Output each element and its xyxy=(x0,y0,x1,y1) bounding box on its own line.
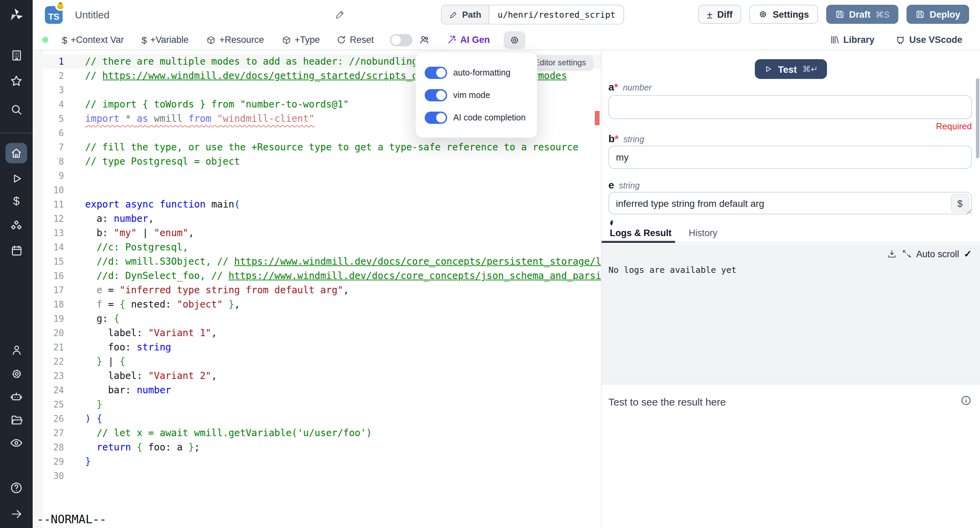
code-line-12[interactable]: 12 a: number, xyxy=(33,212,601,226)
field-e-label: e string xyxy=(608,179,640,191)
line-number: 19 xyxy=(33,312,64,326)
multiplayer-toggle[interactable] xyxy=(390,34,413,46)
vim-mode-row[interactable]: vim mode xyxy=(425,84,528,106)
sidebar-item-runs-play-icon[interactable] xyxy=(8,170,24,186)
code-line-27[interactable]: 27 // let x = await wmill.getVariable('u… xyxy=(33,426,601,440)
result-tabs: Logs & Result History xyxy=(601,226,980,243)
library-button[interactable]: Library xyxy=(830,35,875,45)
code-line-18[interactable]: 18 f = { nested: "object" }, xyxy=(33,297,601,312)
field-e-variable-dollar-button[interactable]: $ xyxy=(951,194,969,212)
use-vscode-button[interactable]: Use VScode xyxy=(895,34,962,45)
add-context-var-button[interactable]: $ +Context Var xyxy=(62,34,124,45)
sidebar-item-resources-cubes-icon[interactable] xyxy=(8,218,24,234)
search-icon[interactable] xyxy=(8,102,24,118)
code-line-25[interactable]: 25 } xyxy=(33,398,601,412)
ai-code-completion-row[interactable]: AI code completion xyxy=(425,106,528,129)
test-button[interactable]: Test ⌘↵ xyxy=(755,59,827,79)
status-dot xyxy=(42,37,48,43)
auto-formatting-toggle[interactable] xyxy=(425,66,447,79)
code-line-30[interactable]: 30 xyxy=(33,469,601,483)
sidebar-item-workers-user-icon[interactable] xyxy=(8,342,24,358)
code-line-17[interactable]: 17 e = "inferred type string from defaul… xyxy=(33,283,601,297)
vim-mode-toggle[interactable] xyxy=(425,89,447,101)
info-icon[interactable] xyxy=(960,394,972,406)
code-line-13[interactable]: 13 b: "my" | "enum", xyxy=(33,226,601,240)
code-line-19[interactable]: 19 g: { xyxy=(33,312,601,326)
favorites-star-icon[interactable] xyxy=(8,73,24,89)
windmill-logo-icon[interactable] xyxy=(8,7,24,23)
autoscroll-checkbox-checked[interactable]: ✓ xyxy=(964,248,972,259)
code-line-26[interactable]: 26) { xyxy=(33,412,601,426)
sidebar-item-folders-icon[interactable] xyxy=(8,412,24,428)
line-number: 15 xyxy=(33,254,64,269)
result-area: Test to see the result here xyxy=(601,384,980,528)
field-a-input[interactable] xyxy=(608,95,972,119)
form-scrollbar-thumb[interactable] xyxy=(976,78,979,159)
ai-code-completion-toggle[interactable] xyxy=(425,111,447,124)
workspace-building-icon[interactable] xyxy=(8,47,24,63)
settings-gear-icon xyxy=(759,10,768,19)
code-line-15[interactable]: 15 //d: wmill.S3Object, // https://www.w… xyxy=(33,254,601,269)
editor-settings-button[interactable] xyxy=(504,31,525,49)
code-line-8[interactable]: 8// type Postgresql = object xyxy=(33,154,601,169)
help-icon[interactable] xyxy=(8,480,24,496)
sidebar-item-ai-robot-icon[interactable] xyxy=(8,388,24,405)
code-line-23[interactable]: 23 label: "Variant 2", xyxy=(33,369,601,383)
line-content: return { foo: a }; xyxy=(85,440,200,455)
add-variable-button[interactable]: $ +Variable xyxy=(142,34,189,45)
expand-logs-icon[interactable] xyxy=(902,249,911,259)
edit-title-pencil-icon[interactable] xyxy=(335,9,346,20)
code-line-24[interactable]: 24 bar: number xyxy=(33,383,601,398)
ai-gen-button[interactable]: AI Gen xyxy=(447,35,490,45)
tab-logs-result[interactable]: Logs & Result xyxy=(610,228,672,238)
field-e-input[interactable] xyxy=(608,192,972,214)
code-line-9[interactable]: 9 xyxy=(33,169,601,183)
code-line-11[interactable]: 11export async function main( xyxy=(33,197,601,212)
code-line-28[interactable]: 28 return { foo: a }; xyxy=(33,440,601,455)
code-line-7[interactable]: 7// fill the type, or use the +Resource … xyxy=(33,140,601,154)
field-a-type: number xyxy=(623,83,652,92)
deploy-button[interactable]: Deploy xyxy=(907,5,969,24)
code-line-16[interactable]: 16 //d: DynSelect_foo, // https://www.wi… xyxy=(33,269,601,283)
sidebar-item-schedules-calendar-icon[interactable] xyxy=(8,242,24,259)
expand-sidebar-arrow-icon[interactable] xyxy=(8,506,24,522)
sidebar-item-settings-gear-icon[interactable] xyxy=(8,366,24,382)
code-line-10[interactable]: 10 xyxy=(33,183,601,197)
download-logs-icon[interactable] xyxy=(887,249,897,259)
code-line-21[interactable]: 21 foo: string xyxy=(33,340,601,355)
line-number: 20 xyxy=(33,326,64,340)
auto-formatting-row[interactable]: auto-formatting xyxy=(425,61,528,84)
path-label-chip[interactable]: Path xyxy=(442,5,489,24)
code-line-29[interactable]: 29} xyxy=(33,455,601,469)
path-input[interactable]: u/henri/restored_script xyxy=(489,5,624,24)
add-resource-button[interactable]: +Resource xyxy=(206,35,264,45)
add-type-button[interactable]: +Type xyxy=(282,35,320,45)
field-e-type: string xyxy=(619,181,640,191)
line-number: 25 xyxy=(33,398,64,412)
reset-button[interactable]: Reset xyxy=(336,35,374,45)
settings-button[interactable]: Settings xyxy=(749,5,818,24)
sidebar-item-audit-eye-icon[interactable] xyxy=(8,435,24,451)
field-b-input[interactable] xyxy=(608,146,972,169)
diff-button[interactable]: ± Diff xyxy=(698,5,741,24)
code-line-14[interactable]: 14 //c: Postgresql, xyxy=(33,240,601,254)
draft-button[interactable]: Draft ⌘S xyxy=(826,5,898,24)
field-b-type: string xyxy=(624,135,644,144)
tab-history[interactable]: History xyxy=(689,228,717,238)
sidebar-item-variables-dollar-icon[interactable]: $ xyxy=(8,193,24,210)
code-line-22[interactable]: 22 } | { xyxy=(33,355,601,369)
line-content: a: number, xyxy=(85,212,154,226)
line-number: 29 xyxy=(33,455,64,469)
sidebar-item-home[interactable] xyxy=(5,143,27,163)
field-a-required-error: Required xyxy=(936,121,972,131)
line-content: // fill the type, or use the +Resource t… xyxy=(85,140,579,154)
line-content: // there are multiple modes to add as he… xyxy=(85,54,418,69)
multiplayer-toggle-group xyxy=(390,34,430,46)
code-line-20[interactable]: 20 label: "Variant 1", xyxy=(33,326,601,340)
line-number: 28 xyxy=(33,440,64,455)
line-number: 1 xyxy=(33,54,64,69)
line-content: } xyxy=(85,398,102,412)
line-content: // let x = await wmill.getVariable('u/us… xyxy=(85,426,372,440)
toggle-knob xyxy=(436,113,446,122)
path-pencil-icon xyxy=(449,10,458,19)
